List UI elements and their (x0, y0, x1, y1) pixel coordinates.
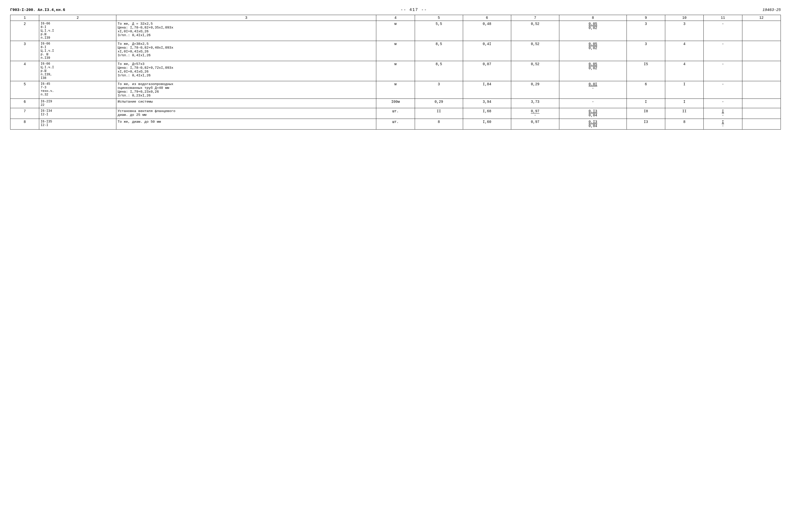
row3-col8: 0,05 0,02 (559, 41, 627, 61)
row3-col5: 8,5 (415, 41, 463, 61)
row3-col6: 0,4I (463, 41, 511, 61)
table-row: 4 I6-66 Ц.I.ч.I р.Ш п.I39, I38 То же, Д=… (11, 61, 781, 81)
row7-col4: шт. (376, 108, 415, 119)
row5-col11: - (704, 81, 742, 99)
col-header-2: 2 (39, 15, 116, 21)
main-table: 1 2 3 4 5 6 7 8 9 10 11 12 2 I6-66 8-I Ц… (10, 15, 781, 130)
row3-col4: м (376, 41, 415, 61)
page-header: Г903-I-200. Ал.I3.4,кн.6 -- 417 -- 19463… (10, 8, 781, 12)
row2-col5: 5,5 (415, 21, 463, 41)
row4-col4: м (376, 61, 415, 81)
row4-col6: 0,07 (463, 61, 511, 81)
row8-col11: I - (704, 119, 742, 129)
row2-col11: - (704, 21, 742, 41)
col-header-3: 3 (116, 15, 376, 21)
col-header-9: 9 (626, 15, 665, 21)
row6-col4: I00м (376, 99, 415, 108)
row8-col2: I6-I35 I2-I (39, 119, 116, 129)
row7-col9: I8 (626, 108, 665, 119)
document-reference: Г903-I-200. Ал.I3.4,кн.6 (10, 8, 65, 12)
column-header-row: 1 2 3 4 5 6 7 8 9 10 11 12 (11, 15, 781, 21)
row8-col12 (742, 119, 780, 129)
row3-col12 (742, 41, 780, 61)
table-row: 2 I6-66 8-I Ц.I.ч.I р.Ш п.I39 То же, Д =… (11, 21, 781, 41)
row7-col5: II (415, 108, 463, 119)
row5-col6: I,84 (463, 81, 511, 99)
col-header-6: 6 (463, 15, 511, 21)
row7-col1: 7 (11, 108, 39, 119)
col-header-1: 1 (11, 15, 39, 21)
row8-col8: 0,I3 0,04 (559, 119, 627, 129)
row5-col2: I6-45 7-3 техн.ч. п.32 (39, 81, 116, 99)
row8-col6: I,60 (463, 119, 511, 129)
row8-col5: 8 (415, 119, 463, 129)
row5-col4: м (376, 81, 415, 99)
col-header-7: 7 (511, 15, 559, 21)
row2-col7: 0,52 (511, 21, 559, 41)
row7-col6: I,68 (463, 108, 511, 119)
row4-col11: - (704, 61, 742, 81)
row4-col1: 4 (11, 61, 39, 81)
col-header-10: 10 (665, 15, 704, 21)
row3-col1: 3 (11, 41, 39, 61)
row4-col12 (742, 61, 780, 81)
row2-col9: 3 (626, 21, 665, 41)
table-row: 5 I6-45 7-3 техн.ч. п.32 То же, из водог… (11, 81, 781, 99)
row2-col6: 0,48 (463, 21, 511, 41)
row3-col2: I6-66 8-I Ц.I.ч.I р. Ш п.I39 (39, 41, 116, 61)
row3-col10: 4 (665, 41, 704, 61)
row6-col6: 3,94 (463, 99, 511, 108)
row2-col3: То же, Д = 32x2,5Цена: I,78–0,82+0,35xI,… (116, 21, 376, 41)
col-header-5: 5 (415, 15, 463, 21)
row6-col8: - (559, 99, 627, 108)
row4-col7: 0,52 (511, 61, 559, 81)
row7-col8: 0,I3 0,04 (559, 108, 627, 119)
col-header-4: 4 (376, 15, 415, 21)
row3-col7: 0,52 (511, 41, 559, 61)
row3-col11: - (704, 41, 742, 61)
table-row: 7 I6-I34 I2-I Установка вентиля фланцево… (11, 108, 781, 119)
row4-col8: 0,05 0,02 (559, 61, 627, 81)
row8-col9: I3 (626, 119, 665, 129)
row6-col7: 3,73 (511, 99, 559, 108)
document-number: 19463-25 (762, 8, 781, 12)
row8-col3: То же, диам. до 50 мм (116, 119, 376, 129)
row5-col9: 6 (626, 81, 665, 99)
row5-col7: 0,29 (511, 81, 559, 99)
row8-col4: шт. (376, 119, 415, 129)
row2-col4: м (376, 21, 415, 41)
row2-col2: I6-66 8-I Ц.I.ч.I р.Ш п.I39 (39, 21, 116, 41)
row5-col12 (742, 81, 780, 99)
row6-col3: Испытание системы (116, 99, 376, 108)
row6-col11: - (704, 99, 742, 108)
row7-col2: I6-I34 I2-I (39, 108, 116, 119)
row3-col3: То же, Д=38x2,5Цена: I,78–0,82+0,40xI,09… (116, 41, 376, 61)
row4-col3: То же, Д=57x3Цена: I,78–0,82+0,72xI,093x… (116, 61, 376, 81)
col-header-12: 12 (742, 15, 780, 21)
row3-col9: 3 (626, 41, 665, 61)
col-header-11: 11 (704, 15, 742, 21)
table-row: 6 I6-2I9 22 Испытание системы I00м 0,29 … (11, 99, 781, 108)
row6-col1: 6 (11, 99, 39, 108)
row5-col10: I (665, 81, 704, 99)
row2-col10: 3 (665, 21, 704, 41)
row4-col9: I5 (626, 61, 665, 81)
row6-col2: I6-2I9 22 (39, 99, 116, 108)
row8-col10: 8 (665, 119, 704, 129)
row7-col10: II (665, 108, 704, 119)
row2-col1: 2 (11, 21, 39, 41)
row7-col3: Установка вентиля фланцевогодиам. до 25 … (116, 108, 376, 119)
row2-col12 (742, 21, 780, 41)
row4-col10: 4 (665, 61, 704, 81)
row7-col11: I - (704, 108, 742, 119)
row6-col9: I (626, 99, 665, 108)
row5-col1: 5 (11, 81, 39, 99)
row7-col12 (742, 108, 780, 119)
page-number: -- 417 -- (400, 8, 427, 12)
row8-col7: 0,97 (511, 119, 559, 129)
table-row: 3 I6-66 8-I Ц.I.ч.I р. Ш п.I39 То же, Д=… (11, 41, 781, 61)
row4-col5: 8,5 (415, 61, 463, 81)
row2-col8: 0,05 0,02 (559, 21, 627, 41)
row6-col12 (742, 99, 780, 108)
row4-col2: I6-66 Ц.I.ч.I р.Ш п.I39, I38 (39, 61, 116, 81)
